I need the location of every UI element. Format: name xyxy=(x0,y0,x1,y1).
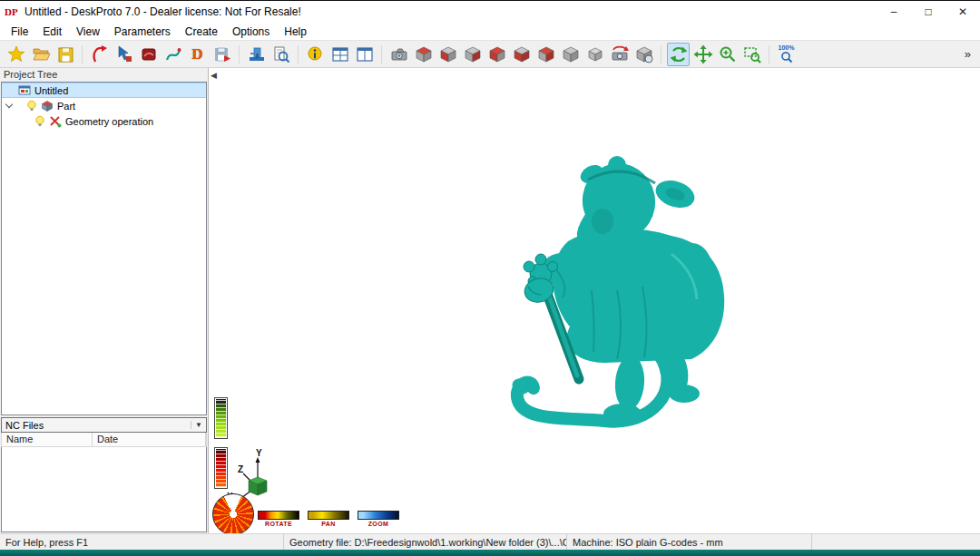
tree-item-geometry-operation[interactable]: Geometry operation xyxy=(2,113,206,129)
new-file-button[interactable] xyxy=(5,43,27,66)
feedrate-gauge xyxy=(214,397,228,439)
write-nc-file-button[interactable] xyxy=(211,43,233,66)
pan-view-button[interactable] xyxy=(691,43,714,66)
menu-parameters[interactable]: Parameters xyxy=(107,24,178,39)
menu-options[interactable]: Options xyxy=(225,24,277,39)
new-star-icon xyxy=(6,44,26,64)
single-window-button[interactable] xyxy=(353,43,376,66)
nc-files-list[interactable] xyxy=(1,447,207,532)
nc-column-name[interactable]: Name xyxy=(2,433,93,446)
nc-preview-button[interactable] xyxy=(270,43,292,66)
zoom-in-view-button[interactable] xyxy=(716,43,739,66)
cube-gray-icon xyxy=(585,44,605,64)
toolbar-overflow-button[interactable]: » xyxy=(959,47,976,61)
deskproto-logo-button[interactable]: D xyxy=(186,43,209,66)
info-icon xyxy=(306,44,326,64)
titlebar: DP Untitled - DeskProto 7.0 - Dealer lic… xyxy=(0,1,980,23)
pan-mode-button[interactable]: PAN xyxy=(308,511,349,527)
camera-properties-button[interactable] xyxy=(632,43,655,66)
menu-create[interactable]: Create xyxy=(178,24,225,39)
bulb-icon[interactable] xyxy=(26,100,37,112)
rotate-view-button[interactable] xyxy=(667,43,690,66)
geometry-operation-icon xyxy=(49,115,62,128)
cube-red-top-left-icon xyxy=(487,44,507,64)
bulb-icon[interactable] xyxy=(34,115,45,127)
info-button[interactable] xyxy=(304,43,327,66)
camera-icon xyxy=(389,44,409,64)
chevron-down-icon[interactable]: ▼ xyxy=(191,421,206,429)
nc-files-dropdown[interactable]: NC Files ▼ xyxy=(1,417,207,433)
wizard-button[interactable] xyxy=(88,43,111,66)
split-window-button[interactable] xyxy=(328,43,351,66)
zoom-gradient-bar xyxy=(358,511,399,520)
minimize-button[interactable]: – xyxy=(877,1,911,23)
magnifier-icon xyxy=(780,51,793,63)
view-cube-right-button[interactable] xyxy=(461,43,484,66)
deskproto-d-icon: D xyxy=(191,45,202,63)
machine-icon xyxy=(247,44,267,64)
nc-files-column-headers: Name Date xyxy=(1,433,207,447)
project-tree: Untitled Part Geometry operation xyxy=(1,82,207,415)
viewport-3d[interactable]: ◀ xyxy=(209,68,980,533)
view-cube-iso1-button[interactable] xyxy=(559,43,582,66)
save-project-button[interactable] xyxy=(54,43,76,66)
zoom-region-icon xyxy=(742,44,762,64)
view-cube-top-button[interactable] xyxy=(412,43,435,66)
cube-red-right-icon xyxy=(463,44,483,64)
view-cube-top-right-button[interactable] xyxy=(534,43,557,66)
app-icon: DP xyxy=(5,5,19,19)
toolbar-separator xyxy=(239,45,240,63)
model-3d-captain xyxy=(481,154,735,435)
menu-file[interactable]: File xyxy=(4,24,35,39)
nc-files-label: NC Files xyxy=(5,420,44,431)
cube-gray-icon xyxy=(561,44,581,64)
pan-gradient-bar xyxy=(308,511,349,520)
spindle-gauge xyxy=(214,447,228,489)
maximize-button[interactable]: □ xyxy=(911,1,946,23)
curve-operation-button[interactable] xyxy=(162,43,184,66)
main-area: Project Tree Untitled Part Geometry oper… xyxy=(0,68,980,533)
rotate-mode-button[interactable]: ROTATE xyxy=(258,511,299,527)
operation-icon xyxy=(139,44,159,64)
tree-item-label: Part xyxy=(57,101,75,112)
view-cube-left-right-button[interactable] xyxy=(510,43,533,66)
view-cube-top-left-button[interactable] xyxy=(485,43,508,66)
view-cube-iso2-button[interactable] xyxy=(583,43,606,66)
open-project-button[interactable] xyxy=(29,43,52,66)
tree-item-part[interactable]: Part xyxy=(2,98,206,113)
rotate-gradient-bar xyxy=(258,511,299,520)
expander-chevron-icon[interactable] xyxy=(5,101,13,108)
axis-y-label: Y xyxy=(256,448,262,458)
close-button[interactable]: ✕ xyxy=(946,1,980,23)
zoom-mode-button[interactable]: ZOOM xyxy=(358,511,399,527)
camera-rotate-icon xyxy=(610,44,630,64)
part-icon xyxy=(41,100,54,112)
zoom-region-button[interactable] xyxy=(740,43,763,66)
part-parameters-button[interactable] xyxy=(113,43,135,66)
operation-parameters-button[interactable] xyxy=(137,43,160,66)
toolbar-separator xyxy=(82,45,83,63)
nc-column-date[interactable]: Date xyxy=(93,433,206,446)
cube-red-top-right-icon xyxy=(536,44,556,64)
reset-camera-button[interactable] xyxy=(608,43,631,66)
camera-view-button[interactable] xyxy=(387,43,410,66)
menu-edit[interactable]: Edit xyxy=(35,24,69,39)
view-cube-front-button[interactable] xyxy=(436,43,459,66)
machine-button[interactable] xyxy=(245,43,268,66)
menu-view[interactable]: View xyxy=(69,24,107,39)
tree-item-label: Untitled xyxy=(34,85,68,96)
project-panel: Project Tree Untitled Part Geometry oper… xyxy=(0,68,209,533)
status-machine: Machine: ISO plain G-codes - mm xyxy=(567,534,812,550)
window-grid-icon xyxy=(330,44,350,64)
window-bottom-edge xyxy=(0,550,980,556)
status-geometry-file: Geometry file: D:\Freedesignwold\1.worki… xyxy=(284,534,567,550)
menu-help[interactable]: Help xyxy=(277,24,314,39)
tree-item-untitled[interactable]: Untitled xyxy=(2,83,206,98)
collapse-panel-button[interactable]: ◀ xyxy=(211,71,217,80)
camera-cube-icon xyxy=(634,44,654,64)
zoom-label: ZOOM xyxy=(358,521,399,527)
zoom-100-button[interactable]: 100% xyxy=(775,43,798,66)
pan-arrows-icon xyxy=(693,44,713,64)
window-title: Untitled - DeskProto 7.0 - Dealer licens… xyxy=(24,5,301,18)
cube-red-sides-icon xyxy=(512,44,532,64)
